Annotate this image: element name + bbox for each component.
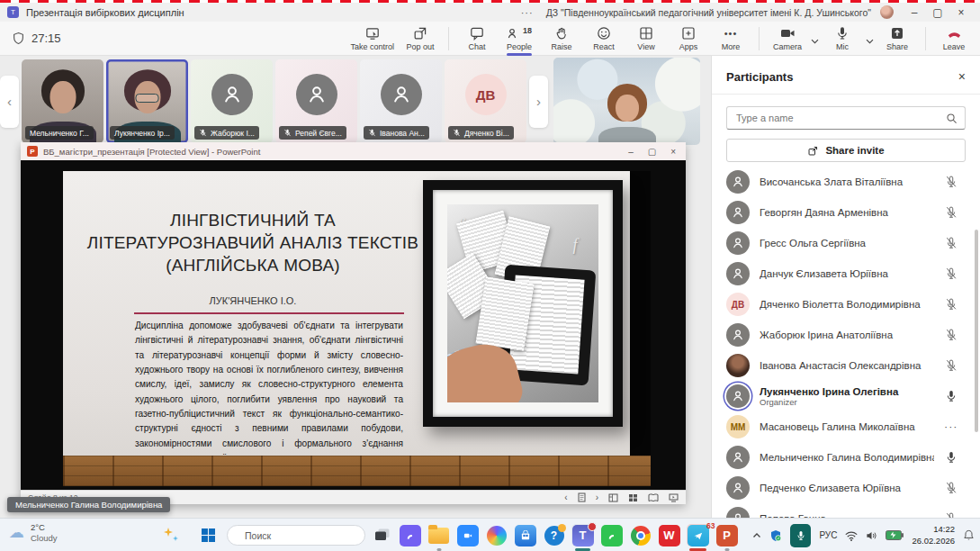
raise-hand-button[interactable]: Raise (543, 24, 580, 53)
share-button[interactable]: Share (878, 24, 916, 53)
mic-status-icon[interactable] (944, 390, 958, 402)
participant-row[interactable]: Височанська Злата Віталіївна (712, 167, 980, 197)
participant-search-input[interactable] (734, 112, 946, 124)
filmstrip-next-button[interactable]: › (529, 76, 548, 128)
chat-button[interactable]: Chat (458, 24, 496, 53)
ppt-minimize-button[interactable]: – (628, 147, 634, 157)
active-mic-indicator[interactable] (790, 524, 811, 547)
weather-widget[interactable]: ☁ 2°C Cloudy (9, 522, 58, 545)
windows-security-icon[interactable] (769, 529, 782, 542)
normal-view-icon[interactable] (608, 493, 618, 502)
filmstrip-prev-button[interactable]: ‹ (0, 76, 19, 128)
battery-icon[interactable] (886, 530, 904, 540)
notification-bell-icon[interactable] (963, 529, 975, 541)
participant-row[interactable]: Гресс Ольга Сергіївна (712, 228, 980, 258)
ppt-close-button[interactable]: × (670, 147, 676, 157)
previous-slide-button[interactable]: ‹ (564, 492, 567, 502)
participant-row[interactable]: Геворгян Даяна Арменівна (712, 197, 980, 228)
file-explorer-icon[interactable] (427, 524, 450, 546)
get-help-icon[interactable]: ? (543, 524, 565, 546)
mic-status-icon[interactable] (944, 451, 958, 464)
tile-name-label: Лукянченко Ір... (110, 126, 175, 140)
share-invite-button[interactable]: Share invite (726, 139, 966, 162)
participant-video-large[interactable] (553, 58, 700, 145)
microsoft-store-icon[interactable] (514, 524, 536, 546)
minimize-button[interactable]: – (903, 6, 926, 19)
leave-button[interactable]: Leave (935, 24, 973, 53)
tile-name-label: Мельниченко Г... (25, 126, 94, 140)
start-button[interactable] (202, 528, 215, 542)
framed-picture: e f (423, 180, 623, 427)
camera-dropdown-chevron-icon[interactable] (811, 39, 819, 44)
mic-muted-icon (453, 129, 461, 137)
mic-status-icon[interactable] (944, 206, 958, 219)
participant-row[interactable]: Жаборюк Ірина Анатоліївна (712, 320, 980, 350)
powerpoint-taskbar-icon[interactable]: P (715, 524, 738, 546)
camera-button[interactable]: Camera (769, 24, 806, 53)
user-avatar[interactable] (880, 5, 894, 19)
slide-sorter-icon[interactable] (628, 493, 638, 502)
task-view-button[interactable] (374, 528, 391, 542)
participant-video-tile[interactable]: Репей Євге... (275, 59, 357, 143)
participant-row[interactable]: Данчук Єлизавета Юріївна (712, 258, 980, 289)
participant-row[interactable]: ДВ Дяченко Віолетта Володимирівна (712, 289, 980, 320)
mic-button[interactable]: Mic (823, 24, 861, 53)
close-button[interactable]: × (949, 6, 973, 19)
participant-video-tile[interactable]: Мельниченко Г... (22, 59, 103, 143)
copilot-icon[interactable] (485, 524, 508, 546)
participant-video-tile[interactable]: ДВ Дяченко Ві... (445, 59, 526, 143)
hidden-icons-chevron[interactable] (752, 532, 761, 538)
viber-icon[interactable] (399, 524, 421, 546)
mic-status-icon[interactable] (944, 482, 958, 494)
titlebar-overflow-button[interactable]: ··· (521, 7, 534, 18)
ppt-maximize-button[interactable]: ▢ (648, 147, 656, 157)
taskbar-search-input[interactable] (243, 529, 368, 542)
mic-status-icon[interactable] (944, 298, 958, 311)
raise-hand-icon (554, 26, 569, 41)
chrome-icon[interactable] (629, 524, 652, 546)
participant-row[interactable]: Іванова Анастасія Олександрівна (712, 350, 980, 381)
participant-video-tile[interactable]: Жаборюк І... (191, 59, 273, 143)
participant-row[interactable]: Педченко Єлизавета Юріївна (712, 473, 980, 503)
pop-out-button[interactable]: Pop out (401, 24, 439, 53)
participant-row[interactable]: ММ Масановець Галина Миколаївна ··· (712, 411, 980, 442)
panel-scrollbar[interactable] (975, 230, 978, 432)
apps-button[interactable]: Apps (670, 24, 707, 53)
mic-status-icon[interactable] (944, 237, 958, 249)
teams-taskbar-icon[interactable]: T (571, 524, 594, 546)
volume-icon[interactable] (866, 530, 877, 541)
mic-status-icon[interactable] (944, 329, 958, 341)
participant-search-box[interactable] (726, 106, 966, 130)
mic-dropdown-chevron-icon[interactable] (866, 39, 874, 44)
react-button[interactable]: React (585, 24, 623, 53)
clock[interactable]: 14:22 26.02.2026 (912, 524, 955, 546)
slideshow-view-icon[interactable] (669, 493, 679, 502)
participant-row[interactable]: Мельниченко Галина Володимирівна (712, 442, 980, 473)
view-button[interactable]: View (627, 24, 665, 53)
people-button[interactable]: 18 People (500, 24, 538, 53)
wifi-icon[interactable] (845, 530, 858, 541)
next-slide-button[interactable]: › (596, 492, 598, 502)
close-panel-button[interactable]: × (958, 69, 966, 84)
maximize-button[interactable]: ▢ (926, 6, 949, 19)
participant-video-tile[interactable]: Іванова Ан... (360, 59, 442, 143)
person-icon (731, 328, 745, 342)
mic-status-icon[interactable] (944, 359, 958, 372)
mic-status-icon[interactable] (944, 267, 958, 280)
mic-status-icon[interactable]: ··· (944, 421, 958, 432)
taskbar-search-box[interactable] (227, 525, 365, 546)
telegram-icon[interactable]: 63 (687, 524, 709, 546)
participants-panel: Participants × Share invite Височанська … (711, 56, 980, 518)
zoom-icon[interactable] (456, 524, 479, 546)
take-control-button[interactable]: Take control (347, 24, 397, 53)
mic-status-icon[interactable] (944, 176, 958, 188)
whatsapp-icon[interactable] (600, 524, 623, 546)
participant-video-tile[interactable]: Лукянченко Ір... (106, 59, 188, 143)
participant-row[interactable]: Лукянченко Ірина Олегівна Organizer (712, 381, 980, 411)
more-button[interactable]: ••• More (712, 24, 750, 53)
wps-office-icon[interactable]: W (658, 524, 680, 546)
participant-row[interactable]: Попова Ганна - (712, 503, 980, 518)
reading-view-icon[interactable] (648, 493, 659, 502)
language-indicator[interactable]: РУС (819, 530, 837, 540)
apps-icon (681, 26, 696, 41)
